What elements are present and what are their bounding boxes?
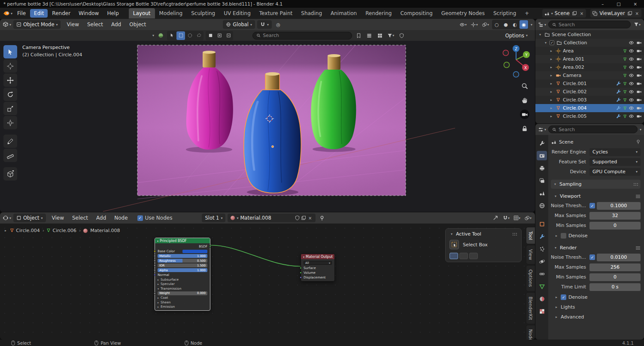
close-button[interactable]: × — [634, 2, 637, 6]
blender-logo-icon[interactable]: ▾ — [3, 10, 12, 16]
toggle-checkbox[interactable] — [589, 203, 595, 208]
node-row[interactable]: ▸ Sheen Sheen — [155, 300, 210, 305]
maximize-button[interactable]: □ — [617, 2, 620, 6]
expand-icon[interactable]: ▾ — [538, 33, 542, 37]
tool-transform[interactable] — [3, 116, 17, 129]
property-dropdown[interactable]: Supported▾ — [589, 158, 641, 166]
viewport-search[interactable] — [252, 32, 352, 40]
outliner-row[interactable]: ▸ ∇ Area.002 ∇ — [535, 63, 644, 71]
breadcrumb-data[interactable]: Circle.006 — [53, 228, 76, 233]
select-box-icon[interactable] — [176, 31, 185, 40]
use-nodes-checkbox[interactable] — [137, 215, 143, 221]
menu-item[interactable]: Window — [75, 9, 103, 18]
sidebar-tab[interactable]: Options — [526, 265, 535, 291]
input-socket[interactable] — [154, 264, 156, 266]
node-row[interactable]: Alpha Alpha1.000 — [155, 268, 210, 273]
expand-icon[interactable]: ▾ — [158, 287, 161, 290]
properties-search[interactable] — [548, 126, 638, 133]
breadcrumb-object[interactable]: Circle.004 — [16, 228, 39, 233]
workspace-tab[interactable]: UV Editing — [219, 8, 255, 18]
collapse-icon[interactable]: ▾ — [303, 255, 304, 258]
outliner-row[interactable]: ▸ ∇ Circle.004 ∇ — [535, 104, 644, 112]
expand-icon[interactable]: ▸ — [158, 305, 161, 308]
node-row[interactable]: ▸ Coat Coat — [155, 296, 210, 300]
material-id-widget[interactable]: ▾ Material.008 × — [228, 214, 316, 222]
select-lasso-icon[interactable] — [194, 31, 203, 40]
use-nodes-toggle[interactable]: Use Nodes — [137, 215, 173, 221]
principled-bsdf-node[interactable]: ▾ Principled BSDF BSDF BSDF Base Color B… — [155, 238, 210, 311]
expand-icon[interactable]: ▸ — [549, 49, 553, 53]
bookmark-icon[interactable] — [354, 31, 363, 40]
workspace-tab[interactable]: Texture Paint — [255, 8, 297, 18]
expand-icon[interactable]: ▸ — [158, 296, 161, 299]
properties-tab-material[interactable] — [537, 294, 547, 303]
pin-icon[interactable] — [318, 214, 326, 222]
denoise-checkbox[interactable] — [561, 294, 566, 300]
menu-item[interactable]: Select — [83, 20, 107, 29]
mode-toggle-extend[interactable] — [459, 253, 468, 259]
options-dropdown[interactable]: Options ▾ — [502, 31, 531, 40]
workspace-tab[interactable]: Modeling — [155, 8, 187, 18]
denoise-checkbox[interactable] — [561, 233, 566, 239]
disable-in-renders-icon[interactable] — [636, 97, 642, 103]
expand-icon[interactable]: ▸ — [549, 65, 553, 69]
node-header[interactable]: ▾ Material Output — [301, 254, 334, 259]
presets-icon[interactable] — [635, 194, 641, 199]
input-socket[interactable] — [154, 292, 156, 294]
select-tweak-icon[interactable] — [167, 31, 176, 40]
panel-grip-icon[interactable] — [512, 233, 517, 236]
expand-icon[interactable]: ▸ — [549, 82, 553, 86]
hide-in-viewport-icon[interactable] — [629, 73, 634, 78]
expand-icon[interactable]: ▸ — [549, 98, 553, 102]
value-field[interactable]: 32 — [589, 212, 641, 220]
tool-cursor[interactable] — [3, 59, 17, 73]
node-header[interactable]: ▾ Principled BSDF — [155, 238, 210, 243]
node-row[interactable]: ▸ Emission Emission — [155, 305, 210, 309]
grid-snap-dropdown[interactable]: ▾ — [513, 214, 521, 222]
minimize-button[interactable]: – — [601, 2, 604, 6]
disable-in-renders-icon[interactable] — [636, 48, 642, 54]
node-row[interactable]: ▸ Subsurface Subsurface — [155, 277, 210, 282]
mode-dropdown[interactable]: Object Mode ▾ — [13, 20, 61, 29]
properties-tab-object[interactable] — [537, 219, 547, 229]
hide-in-viewport-icon[interactable] — [629, 48, 634, 54]
node-row[interactable]: ▸ Specular Specular — [155, 282, 210, 287]
unlink-scene-button[interactable]: × — [579, 11, 584, 16]
remove-viewlayer-button[interactable]: × — [635, 11, 640, 16]
viewport-denoise-row[interactable]: ▸ Denoise — [551, 231, 641, 240]
node-row[interactable]: Normal Normal — [155, 273, 210, 277]
dropdown-caret-icon[interactable]: ▾ — [640, 128, 641, 132]
render-subpanel-header[interactable]: ▾ Render — [551, 243, 641, 252]
disable-in-renders-icon[interactable] — [636, 89, 642, 95]
outliner-search-input[interactable] — [559, 22, 627, 28]
tool-scale[interactable] — [3, 102, 17, 115]
lights-panel-header[interactable]: ▸ Lights — [551, 303, 641, 312]
select-new-icon[interactable] — [206, 31, 215, 40]
presets-icon[interactable] — [635, 246, 641, 250]
properties-tab-modifiers[interactable] — [537, 232, 547, 241]
menu-item[interactable]: View — [48, 214, 68, 222]
shading-solid-icon[interactable]: ● — [501, 20, 510, 29]
disable-in-renders-icon[interactable] — [636, 64, 642, 70]
outliner-row[interactable]: ▸ ∇ Area ∇ — [535, 47, 644, 55]
hide-in-viewport-icon[interactable] — [629, 113, 634, 119]
navigation-gizmo[interactable]: Z Y X — [500, 43, 532, 80]
zoom-icon[interactable] — [520, 81, 529, 91]
advanced-panel-header[interactable]: ▸ Advanced — [551, 312, 641, 322]
hide-in-viewport-icon[interactable] — [629, 56, 634, 62]
properties-tab-output[interactable] — [537, 163, 547, 173]
node-row[interactable]: Surface Surface — [301, 266, 334, 270]
input-socket[interactable] — [300, 272, 302, 274]
input-socket[interactable] — [154, 255, 156, 257]
properties-tab-constraints[interactable] — [537, 269, 547, 279]
input-socket[interactable] — [154, 260, 156, 262]
menu-item[interactable]: Help — [103, 9, 122, 18]
disable-in-renders-icon[interactable] — [636, 113, 642, 119]
node-row[interactable]: Weight Weight0.000 — [155, 291, 210, 296]
outliner-row[interactable]: ▾ ∇ Collection ∇ — [535, 39, 644, 47]
viewport-canvas[interactable]: Camera Perspective (2) Collection | Circ… — [0, 41, 535, 212]
sidebar-tab[interactable]: View — [526, 245, 535, 264]
value-field[interactable]: 0 s — [589, 283, 641, 291]
shader-type-dropdown[interactable]: Object ▾ — [13, 214, 46, 222]
viewport-search-input[interactable] — [263, 33, 348, 38]
